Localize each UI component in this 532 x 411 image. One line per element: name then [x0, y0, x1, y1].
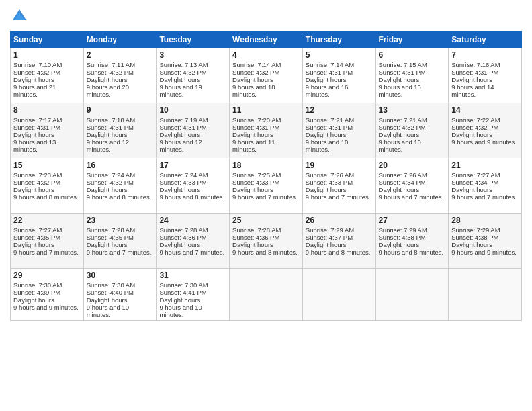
calendar-cell: 10Sunrise: 7:19 AMSunset: 4:31 PMDayligh… — [157, 103, 230, 158]
day-number: 23 — [87, 216, 154, 225]
col-header-thursday: Thursday — [302, 32, 375, 48]
calendar-cell: 31Sunrise: 7:30 AMSunset: 4:41 PMDayligh… — [157, 269, 230, 321]
day-number: 12 — [306, 105, 373, 115]
day-info: Sunrise: 7:29 AMSunset: 4:37 PMDaylight … — [306, 226, 371, 256]
day-info: Sunrise: 7:28 AMSunset: 4:35 PMDaylight … — [87, 226, 152, 256]
day-info: Sunrise: 7:22 AMSunset: 4:32 PMDaylight … — [451, 116, 517, 146]
calendar-cell: 5Sunrise: 7:14 AMSunset: 4:31 PMDaylight… — [302, 48, 375, 103]
day-number: 27 — [379, 216, 446, 225]
col-header-wednesday: Wednesday — [230, 32, 303, 48]
col-header-sunday: Sunday — [11, 32, 84, 48]
day-number: 19 — [306, 161, 373, 170]
day-info: Sunrise: 7:14 AMSunset: 4:31 PMDaylight … — [306, 61, 354, 98]
day-number: 2 — [87, 50, 154, 60]
calendar-cell: 9Sunrise: 7:18 AMSunset: 4:31 PMDaylight… — [83, 103, 157, 158]
day-info: Sunrise: 7:28 AMSunset: 4:36 PMDaylight … — [232, 226, 298, 256]
day-number: 14 — [451, 105, 519, 115]
day-number: 5 — [306, 50, 373, 60]
header — [10, 7, 522, 26]
calendar-cell: 12Sunrise: 7:21 AMSunset: 4:31 PMDayligh… — [302, 103, 375, 158]
day-number: 30 — [87, 271, 154, 280]
day-info: Sunrise: 7:27 AMSunset: 4:34 PMDaylight … — [451, 171, 517, 201]
col-header-saturday: Saturday — [449, 32, 522, 48]
day-number: 25 — [232, 216, 300, 225]
day-number: 28 — [451, 216, 519, 225]
day-info: Sunrise: 7:11 AMSunset: 4:32 PMDaylight … — [87, 61, 135, 98]
day-number: 11 — [232, 105, 300, 115]
calendar-cell: 20Sunrise: 7:26 AMSunset: 4:34 PMDayligh… — [375, 158, 449, 214]
calendar-cell: 23Sunrise: 7:28 AMSunset: 4:35 PMDayligh… — [83, 214, 157, 269]
day-info: Sunrise: 7:24 AMSunset: 4:33 PMDaylight … — [159, 171, 224, 201]
col-header-monday: Monday — [83, 32, 157, 48]
day-number: 7 — [451, 50, 519, 60]
day-info: Sunrise: 7:30 AMSunset: 4:40 PMDaylight … — [87, 281, 135, 318]
calendar-cell: 26Sunrise: 7:29 AMSunset: 4:37 PMDayligh… — [302, 214, 375, 269]
day-info: Sunrise: 7:16 AMSunset: 4:31 PMDaylight … — [451, 61, 500, 98]
calendar-cell: 15Sunrise: 7:23 AMSunset: 4:32 PMDayligh… — [11, 158, 84, 214]
calendar-cell: 2Sunrise: 7:11 AMSunset: 4:32 PMDaylight… — [83, 48, 157, 103]
day-info: Sunrise: 7:30 AMSunset: 4:39 PMDaylight … — [13, 281, 79, 311]
logo — [10, 7, 32, 26]
day-info: Sunrise: 7:23 AMSunset: 4:32 PMDaylight … — [13, 171, 79, 201]
day-info: Sunrise: 7:25 AMSunset: 4:33 PMDaylight … — [232, 171, 298, 201]
calendar-cell: 7Sunrise: 7:16 AMSunset: 4:31 PMDaylight… — [449, 48, 522, 103]
calendar-cell: 22Sunrise: 7:27 AMSunset: 4:35 PMDayligh… — [11, 214, 84, 269]
day-number: 29 — [13, 271, 81, 280]
day-info: Sunrise: 7:30 AMSunset: 4:41 PMDaylight … — [159, 281, 208, 318]
calendar-cell: 4Sunrise: 7:14 AMSunset: 4:32 PMDaylight… — [230, 48, 303, 103]
day-number: 4 — [232, 50, 300, 60]
day-info: Sunrise: 7:29 AMSunset: 4:38 PMDaylight … — [451, 226, 517, 256]
day-number: 6 — [379, 50, 446, 60]
calendar-page: SundayMondayTuesdayWednesdayThursdayFrid… — [0, 0, 532, 411]
calendar-cell: 1Sunrise: 7:10 AMSunset: 4:32 PMDaylight… — [11, 48, 84, 103]
day-number: 16 — [87, 161, 154, 170]
calendar-cell — [302, 269, 375, 321]
calendar-header-row: SundayMondayTuesdayWednesdayThursdayFrid… — [11, 32, 522, 48]
day-info: Sunrise: 7:27 AMSunset: 4:35 PMDaylight … — [13, 226, 79, 256]
calendar-cell: 3Sunrise: 7:13 AMSunset: 4:32 PMDaylight… — [157, 48, 230, 103]
day-info: Sunrise: 7:24 AMSunset: 4:32 PMDaylight … — [87, 171, 152, 201]
day-number: 8 — [13, 105, 81, 115]
calendar-week-row: 22Sunrise: 7:27 AMSunset: 4:35 PMDayligh… — [11, 214, 522, 269]
day-number: 24 — [159, 216, 226, 225]
calendar-cell: 8Sunrise: 7:17 AMSunset: 4:31 PMDaylight… — [11, 103, 84, 158]
calendar-cell: 14Sunrise: 7:22 AMSunset: 4:32 PMDayligh… — [449, 103, 522, 158]
day-info: Sunrise: 7:19 AMSunset: 4:31 PMDaylight … — [159, 116, 208, 153]
day-info: Sunrise: 7:15 AMSunset: 4:31 PMDaylight … — [379, 61, 427, 98]
day-info: Sunrise: 7:18 AMSunset: 4:31 PMDaylight … — [87, 116, 135, 153]
day-info: Sunrise: 7:21 AMSunset: 4:32 PMDaylight … — [379, 116, 427, 153]
calendar-cell: 29Sunrise: 7:30 AMSunset: 4:39 PMDayligh… — [11, 269, 84, 321]
day-info: Sunrise: 7:29 AMSunset: 4:38 PMDaylight … — [379, 226, 444, 256]
day-info: Sunrise: 7:28 AMSunset: 4:36 PMDaylight … — [159, 226, 224, 256]
day-number: 13 — [379, 105, 446, 115]
calendar-cell: 17Sunrise: 7:24 AMSunset: 4:33 PMDayligh… — [157, 158, 230, 214]
day-info: Sunrise: 7:26 AMSunset: 4:34 PMDaylight … — [379, 171, 444, 201]
calendar-cell: 19Sunrise: 7:26 AMSunset: 4:33 PMDayligh… — [302, 158, 375, 214]
calendar-cell: 27Sunrise: 7:29 AMSunset: 4:38 PMDayligh… — [375, 214, 449, 269]
calendar-table: SundayMondayTuesdayWednesdayThursdayFrid… — [10, 31, 522, 321]
day-number: 18 — [232, 161, 300, 170]
calendar-cell: 11Sunrise: 7:20 AMSunset: 4:31 PMDayligh… — [230, 103, 303, 158]
calendar-cell: 21Sunrise: 7:27 AMSunset: 4:34 PMDayligh… — [449, 158, 522, 214]
day-number: 22 — [13, 216, 81, 225]
day-info: Sunrise: 7:20 AMSunset: 4:31 PMDaylight … — [232, 116, 281, 153]
day-number: 10 — [159, 105, 226, 115]
col-header-tuesday: Tuesday — [157, 32, 230, 48]
day-number: 21 — [451, 161, 519, 170]
calendar-cell: 18Sunrise: 7:25 AMSunset: 4:33 PMDayligh… — [230, 158, 303, 214]
calendar-week-row: 29Sunrise: 7:30 AMSunset: 4:39 PMDayligh… — [11, 269, 522, 321]
day-number: 31 — [159, 271, 226, 280]
day-info: Sunrise: 7:17 AMSunset: 4:31 PMDaylight … — [13, 116, 62, 153]
calendar-cell — [449, 269, 522, 321]
calendar-cell: 24Sunrise: 7:28 AMSunset: 4:36 PMDayligh… — [157, 214, 230, 269]
calendar-cell: 13Sunrise: 7:21 AMSunset: 4:32 PMDayligh… — [375, 103, 449, 158]
day-number: 20 — [379, 161, 446, 170]
calendar-cell: 16Sunrise: 7:24 AMSunset: 4:32 PMDayligh… — [83, 158, 157, 214]
calendar-cell: 25Sunrise: 7:28 AMSunset: 4:36 PMDayligh… — [230, 214, 303, 269]
calendar-cell: 28Sunrise: 7:29 AMSunset: 4:38 PMDayligh… — [449, 214, 522, 269]
calendar-week-row: 15Sunrise: 7:23 AMSunset: 4:32 PMDayligh… — [11, 158, 522, 214]
day-number: 15 — [13, 161, 81, 170]
day-number: 17 — [159, 161, 226, 170]
day-number: 26 — [306, 216, 373, 225]
day-info: Sunrise: 7:13 AMSunset: 4:32 PMDaylight … — [159, 61, 208, 98]
